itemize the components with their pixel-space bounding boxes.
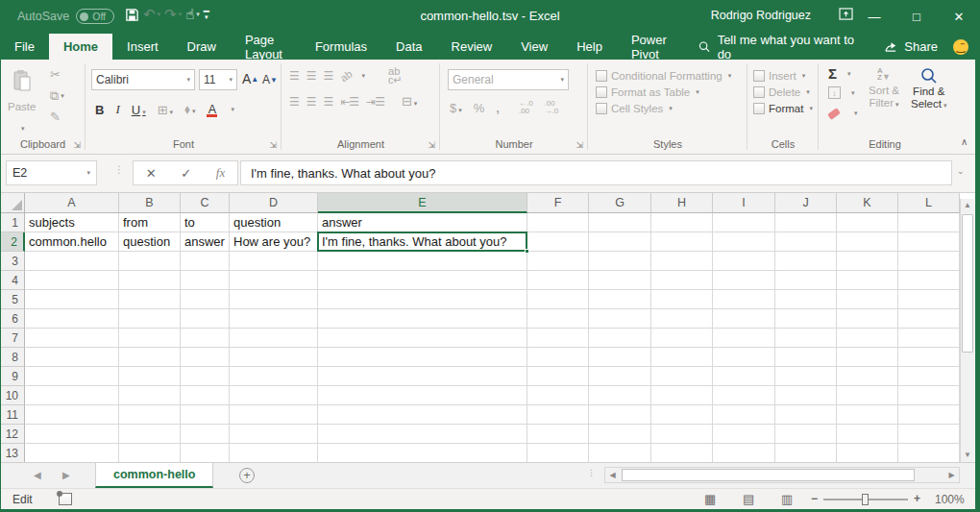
ribbon-tab-formulas[interactable]: Formulas <box>301 34 381 60</box>
sort-filter-button[interactable]: AZ▼ Sort & Filter▾ <box>869 67 899 110</box>
ribbon-tab-page-layout[interactable]: Page Layout <box>231 34 301 60</box>
scroll-down-icon[interactable]: ▼ <box>961 449 974 462</box>
row-header-4[interactable]: 4 <box>1 271 25 290</box>
page-layout-view-icon[interactable]: ▤ <box>743 492 754 506</box>
increase-font-icon[interactable]: A▲ <box>242 71 258 86</box>
row-header-12[interactable]: 12 <box>1 425 25 444</box>
ribbon-tab-draw[interactable]: Draw <box>173 34 231 60</box>
increase-decimal-icon[interactable]: ←.0 .00 <box>519 100 533 115</box>
ribbon-tab-insert[interactable]: Insert <box>112 34 173 60</box>
vertical-scroll-thumb[interactable] <box>962 214 973 353</box>
font-size-combo[interactable]: 11▾ <box>199 69 237 90</box>
fill-button[interactable]: ↓▾ <box>828 86 855 99</box>
cell-B1[interactable]: from <box>119 213 181 232</box>
cells-item-insert[interactable]: Insert▾ <box>753 67 813 84</box>
row-header-7[interactable]: 7 <box>1 329 25 348</box>
column-header-A[interactable]: A <box>25 193 119 213</box>
close-button[interactable]: ✕ <box>938 0 980 34</box>
column-header-L[interactable]: L <box>898 193 960 213</box>
zoom-out-icon[interactable]: − <box>811 492 818 505</box>
share-button[interactable]: Share <box>872 34 949 60</box>
ribbon-tab-review[interactable]: Review <box>437 34 507 60</box>
fill-color-icon[interactable]: ⬧▾ <box>184 102 195 117</box>
bold-button[interactable]: B <box>95 103 104 117</box>
formula-bar-expand-icon[interactable]: ⌄ <box>957 166 965 176</box>
page-break-view-icon[interactable]: ▥ <box>781 492 793 506</box>
worksheet-grid[interactable]: ABCDEFGHIJKL12345678910111213subjectsfro… <box>1 193 975 462</box>
zoom-slider-thumb[interactable] <box>862 494 869 505</box>
comma-style-icon[interactable]: , <box>496 101 500 115</box>
row-header-11[interactable]: 11 <box>1 405 25 425</box>
column-header-H[interactable]: H <box>651 193 713 213</box>
column-header-F[interactable]: F <box>527 193 589 213</box>
formula-input[interactable]: I'm fine, thanks. What about you? <box>240 160 952 185</box>
clipboard-dialog-launcher-icon[interactable]: ⇲ <box>73 140 81 150</box>
user-name[interactable]: Rodrigo Rodriguez <box>711 9 811 22</box>
borders-icon[interactable]: ⊞▾ <box>158 103 173 117</box>
name-box[interactable]: E2 ▾ <box>6 160 97 185</box>
row-header-1[interactable]: 1 <box>1 213 25 232</box>
cell-C1[interactable]: to <box>181 213 230 232</box>
column-header-J[interactable]: J <box>775 193 837 213</box>
copy-icon[interactable]: ⧉▾ <box>50 88 64 104</box>
cell-D1[interactable]: question <box>230 213 318 232</box>
decrease-indent-icon[interactable]: ⇤☰ <box>340 95 358 109</box>
sheet-tab-common-hello[interactable]: common-hello <box>95 463 213 488</box>
row-header-5[interactable]: 5 <box>1 290 25 309</box>
italic-button[interactable]: I <box>115 102 119 117</box>
bottom-align-icon[interactable]: ☰ <box>324 69 333 83</box>
ribbon-tab-power-pivot[interactable]: Power Pivot <box>617 34 685 60</box>
number-dialog-launcher-icon[interactable]: ⇲ <box>576 140 583 150</box>
macro-record-icon[interactable] <box>59 493 72 505</box>
confirm-entry-icon[interactable]: ✓ <box>181 166 191 181</box>
wrap-text-icon[interactable]: abc↵ <box>388 67 403 85</box>
scroll-left-icon[interactable]: ◀ <box>605 469 620 481</box>
format-painter-icon[interactable]: ✎ <box>50 110 61 124</box>
alignment-dialog-launcher-icon[interactable]: ⇲ <box>428 140 435 150</box>
decrease-font-icon[interactable]: A▼ <box>262 73 278 86</box>
paste-button[interactable]: Paste ▾ <box>8 69 36 134</box>
column-header-B[interactable]: B <box>119 193 181 213</box>
sheet-bar-grip[interactable]: ⋮ <box>587 468 596 477</box>
middle-align-icon[interactable]: ☰ <box>306 69 316 83</box>
row-header-3[interactable]: 3 <box>1 252 25 271</box>
ribbon-tab-file[interactable]: File <box>0 34 49 60</box>
percent-style-icon[interactable]: % <box>474 101 485 115</box>
fill-handle[interactable] <box>525 249 529 254</box>
find-select-button[interactable]: Find & Select▾ <box>911 67 946 111</box>
collapse-ribbon-icon[interactable]: ∧ <box>961 136 968 147</box>
styles-item-cell-styles[interactable]: Cell Styles▾ <box>596 100 731 116</box>
clear-button[interactable]: ▾ <box>828 110 858 117</box>
cancel-entry-icon[interactable]: ✕ <box>146 166 157 181</box>
column-header-D[interactable]: D <box>230 193 318 213</box>
cells-item-format[interactable]: Format▾ <box>753 100 813 116</box>
ribbon-tab-view[interactable]: View <box>506 34 562 60</box>
formula-bar-grip[interactable]: ⋮ <box>114 164 125 175</box>
zoom-in-icon[interactable]: + <box>914 492 920 505</box>
font-family-combo[interactable]: Calibri▾ <box>91 69 195 90</box>
insert-function-icon[interactable]: fx <box>216 165 225 181</box>
cell-B2[interactable]: question <box>119 232 181 252</box>
minimize-button[interactable]: — <box>853 0 895 34</box>
cell-E1[interactable]: answer <box>318 213 527 232</box>
align-left-icon[interactable]: ☰ <box>289 95 299 109</box>
font-color-icon[interactable]: A <box>207 103 217 117</box>
increase-indent-icon[interactable]: ⇥☰ <box>366 95 384 109</box>
orientation-icon[interactable]: ab <box>338 68 355 85</box>
number-format-combo[interactable]: General▾ <box>448 69 569 90</box>
ribbon-tab-help[interactable]: Help <box>562 34 617 60</box>
maximize-button[interactable]: □ <box>895 0 938 34</box>
row-header-10[interactable]: 10 <box>1 386 25 405</box>
row-header-2[interactable]: 2 <box>1 232 25 252</box>
font-dialog-launcher-icon[interactable]: ⇲ <box>269 140 277 150</box>
cell-A1[interactable]: subjects <box>25 213 119 232</box>
styles-item-format-as-table[interactable]: Format as Table▾ <box>596 84 731 100</box>
horizontal-scrollbar[interactable]: ◀ ▶ <box>604 467 960 483</box>
tell-me-box[interactable]: Tell me what you want to do <box>685 34 873 60</box>
autosum-button[interactable]: Σ▾ <box>828 65 851 82</box>
cell-C2[interactable]: answer <box>181 232 230 252</box>
row-header-9[interactable]: 9 <box>1 367 25 386</box>
merge-center-icon[interactable]: ⊟▾ <box>402 94 417 109</box>
sheet-nav-right-icon[interactable]: ▶ <box>62 470 70 480</box>
column-header-I[interactable]: I <box>713 193 775 213</box>
